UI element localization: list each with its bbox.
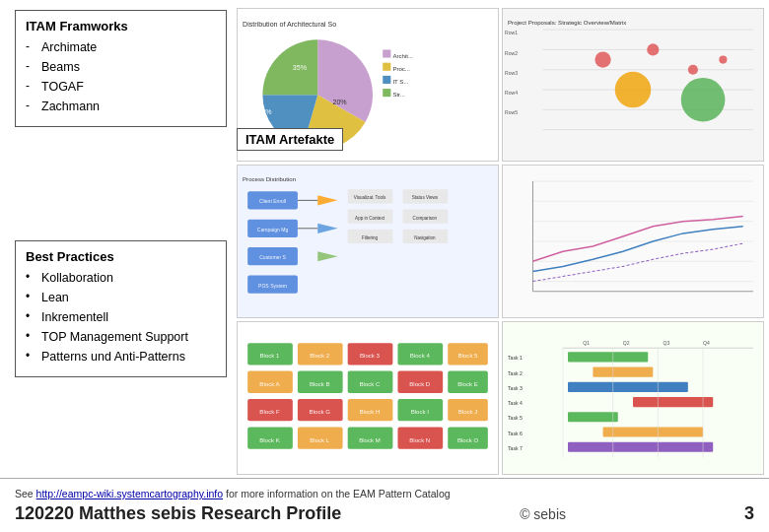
gantt-chart: Q1 Q2 Q3 Q4 Task 1 Task 2 Task 3 Task 4 … [502, 321, 764, 475]
svg-text:Navigation: Navigation [414, 235, 436, 240]
svg-text:35%: 35% [293, 64, 308, 72]
list-item-text: Inkrementell [41, 307, 108, 327]
bullet: • [26, 347, 37, 366]
svg-rect-114 [593, 367, 653, 377]
list-item: • TOP Management Support [26, 327, 216, 347]
svg-text:Block F: Block F [259, 408, 280, 415]
svg-text:Customer S: Customer S [259, 254, 286, 260]
svg-text:Block M: Block M [359, 436, 381, 443]
svg-marker-44 [317, 251, 337, 261]
svg-marker-43 [317, 224, 337, 233]
svg-point-23 [615, 72, 652, 108]
svg-text:Row1: Row1 [505, 30, 518, 35]
gantt-svg: Q1 Q2 Q3 Q4 Task 1 Task 2 Task 3 Task 4 … [503, 322, 763, 474]
svg-text:Block A: Block A [259, 380, 280, 387]
svg-text:Block D: Block D [409, 380, 431, 387]
svg-rect-3 [383, 63, 390, 71]
svg-rect-116 [568, 382, 688, 392]
svg-text:Status Views: Status Views [412, 195, 439, 200]
list-item: - Zachmann [26, 97, 216, 116]
footer-see-container: See http://eampc-wiki.systemcartography.… [15, 488, 451, 499]
list-item: • Inkrementell [26, 307, 216, 327]
svg-rect-5 [383, 76, 390, 84]
list-item-text: Lean [41, 288, 69, 307]
list-item: • Kollaboration [26, 268, 216, 288]
svg-rect-124 [568, 442, 713, 452]
svg-text:Block N: Block N [409, 436, 430, 443]
footer-link[interactable]: http://eampc-wiki.systemcartography.info [36, 488, 223, 499]
best-practices-panel: Best Practices • Kollaboration • Lean • … [15, 240, 227, 377]
svg-text:Block E: Block E [457, 380, 478, 387]
bullet: • [26, 288, 37, 306]
bullet: - [26, 97, 37, 115]
svg-text:Block J: Block J [458, 408, 478, 415]
bullet: • [26, 327, 37, 346]
list-item-text: Zachmann [41, 97, 100, 116]
footer-title: 120220 Matthes sebis Research Profile [15, 503, 341, 524]
artefakte-label: ITAM Artefakte [237, 128, 343, 151]
svg-text:Block K: Block K [259, 436, 280, 443]
charts-area: Distribution of Architectural So Archit.… [237, 8, 764, 475]
svg-text:20%: 20% [332, 99, 347, 106]
itam-frameworks-title: ITAM Framworks [26, 19, 216, 33]
process-svg: Process Distribution Client Enroll Campa… [238, 166, 498, 317]
svg-text:Task 2: Task 2 [508, 370, 523, 376]
svg-text:30%: 30% [247, 74, 262, 82]
footer-copyright: © sebis [520, 506, 566, 522]
svg-text:Block G: Block G [310, 408, 331, 415]
svg-marker-42 [317, 195, 337, 205]
svg-text:Archit...: Archit... [392, 52, 413, 59]
svg-text:15%: 15% [257, 108, 272, 116]
svg-text:Values: Values [503, 236, 504, 252]
svg-text:Client Enroll: Client Enroll [259, 198, 286, 204]
bullet: • [26, 268, 37, 287]
list-item-text: Kollaboration [41, 268, 113, 288]
project-matrix-svg: Project Proposals: Strategic Overview/Ma… [503, 9, 763, 161]
svg-text:Q2: Q2 [623, 340, 630, 346]
bullet: - [26, 77, 37, 96]
svg-point-24 [681, 78, 726, 122]
list-item-text: Beams [41, 57, 80, 77]
list-item-text: TOGAF [41, 77, 84, 97]
footer-see-text: See [15, 488, 36, 499]
svg-text:Block B: Block B [310, 380, 330, 387]
itam-frameworks-list: - Archimate - Beams - TOGAF - Zachmann [26, 37, 216, 116]
svg-text:Row4: Row4 [505, 90, 518, 96]
svg-text:Visualizat. Tools: Visualizat. Tools [354, 195, 386, 200]
svg-text:Task 4: Task 4 [508, 400, 523, 406]
svg-text:Task 3: Task 3 [508, 385, 523, 391]
svg-point-20 [594, 51, 610, 67]
color-blocks-chart: Block 1 Block 2 Block 3 Block 4 Block 5 … [237, 321, 499, 475]
svg-text:Project Proposals: Strategic O: Project Proposals: Strategic Overview/Ma… [508, 19, 626, 26]
list-item: • Patterns und Anti-Patterns [26, 347, 216, 366]
svg-text:Row2: Row2 [505, 50, 518, 56]
svg-text:Campaign Mg: Campaign Mg [257, 227, 289, 233]
svg-point-21 [647, 43, 659, 55]
svg-text:Row3: Row3 [505, 70, 518, 76]
footer-bottom: 120220 Matthes sebis Research Profile © … [15, 503, 754, 524]
line-chart: Values [502, 165, 764, 318]
svg-rect-118 [633, 397, 713, 407]
list-item-text: TOP Management Support [41, 327, 188, 347]
bullet: - [26, 37, 37, 56]
list-item-text: Archimate [41, 37, 97, 57]
list-item: • Lean [26, 288, 216, 307]
footer-link-suffix: for more information on the EAM Pattern … [223, 488, 451, 499]
svg-point-25 [719, 56, 727, 64]
svg-text:Block H: Block H [360, 408, 381, 415]
svg-rect-1 [383, 49, 390, 57]
line-chart-svg: Values [503, 166, 763, 317]
svg-text:Proc...: Proc... [392, 65, 410, 72]
svg-text:Distribution of Architectural : Distribution of Architectural So [243, 21, 336, 29]
svg-text:POS System: POS System [258, 283, 287, 289]
best-practices-list: • Kollaboration • Lean • Inkrementell • … [26, 268, 216, 366]
list-item: - TOGAF [26, 77, 216, 97]
svg-text:Block 3: Block 3 [360, 352, 381, 359]
svg-rect-122 [603, 427, 704, 436]
project-proposals-chart: Project Proposals: Strategic Overview/Ma… [502, 8, 764, 162]
svg-text:Comparison: Comparison [413, 216, 438, 221]
svg-rect-112 [568, 352, 648, 362]
color-blocks-svg: Block 1 Block 2 Block 3 Block 4 Block 5 … [238, 322, 498, 474]
svg-text:Block 4: Block 4 [410, 352, 431, 359]
svg-text:Block 2: Block 2 [310, 352, 330, 359]
